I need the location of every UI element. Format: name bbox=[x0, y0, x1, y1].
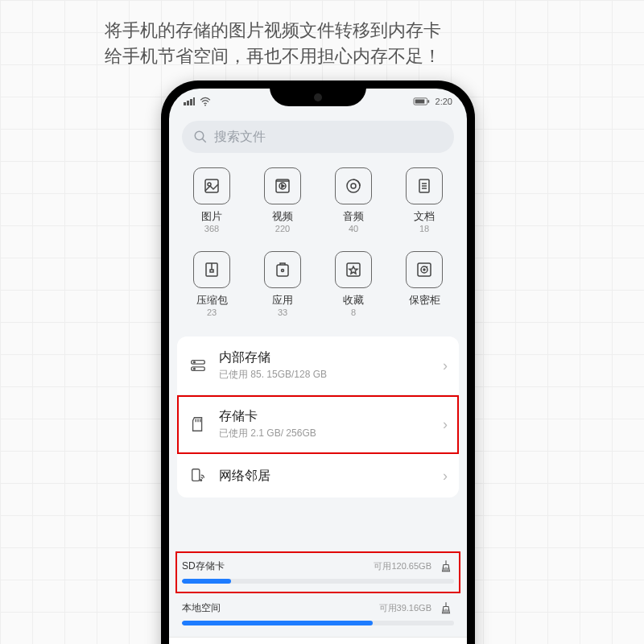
category-grid: 图片368视频220音频40文档18压缩包23应用33收藏8保密柜 bbox=[182, 163, 454, 322]
category-favorite[interactable]: 收藏8 bbox=[324, 246, 383, 322]
caption-line-1: 将手机的存储的图片视频文件转移到内存卡 bbox=[105, 18, 441, 43]
status-time: 2:20 bbox=[436, 97, 452, 106]
category-label: 音频 bbox=[324, 209, 383, 224]
storage-bars: SD存储卡可用120.65GB本地空间可用39.16GB bbox=[169, 553, 467, 637]
category-app[interactable]: 应用33 bbox=[253, 246, 312, 322]
category-label: 应用 bbox=[253, 293, 312, 308]
category-document[interactable]: 文档18 bbox=[394, 163, 454, 238]
storage-row-subtitle: 已使用 2.1 GB/ 256GB bbox=[219, 427, 431, 440]
battery-icon bbox=[413, 97, 431, 105]
category-count: 23 bbox=[182, 308, 242, 317]
chevron-right-icon: › bbox=[443, 357, 448, 374]
favorite-icon bbox=[335, 251, 372, 288]
category-image[interactable]: 图片368 bbox=[182, 163, 242, 238]
category-count: 8 bbox=[324, 308, 383, 317]
svg-line-5 bbox=[202, 138, 206, 142]
storage-list: 内部存储已使用 85. 15GB/128 GB›存储卡已使用 2.1 GB/ 2… bbox=[177, 336, 459, 497]
storage-bar-available: 可用120.65GB bbox=[374, 560, 431, 572]
caption-line-2: 给手机节省空间，再也不用担心内存不足！ bbox=[105, 43, 441, 69]
chevron-right-icon: › bbox=[443, 468, 448, 485]
svg-point-28 bbox=[194, 361, 196, 363]
app-icon bbox=[264, 251, 301, 288]
image-icon bbox=[193, 167, 230, 204]
marketing-caption: 将手机的存储的图片视频文件转移到内存卡 给手机节省空间，再也不用担心内存不足！ bbox=[105, 18, 441, 69]
svg-point-20 bbox=[282, 270, 284, 272]
nav-clock[interactable]: 最近 bbox=[169, 638, 244, 644]
category-label: 文档 bbox=[394, 209, 454, 224]
storage-row-sd-card[interactable]: 存储卡已使用 2.1 GB/ 256GB› bbox=[177, 395, 459, 454]
storage-bar-track bbox=[182, 579, 454, 584]
storage-bar: SD存储卡可用120.65GB bbox=[177, 553, 459, 592]
svg-rect-33 bbox=[192, 469, 200, 481]
svg-rect-18 bbox=[210, 270, 213, 272]
category-audio[interactable]: 音频40 bbox=[324, 163, 383, 238]
audio-icon bbox=[335, 167, 372, 204]
category-video[interactable]: 视频220 bbox=[253, 163, 312, 238]
storage-row-title: 网络邻居 bbox=[219, 468, 431, 485]
storage-bar: 本地空间可用39.16GB bbox=[179, 595, 457, 634]
sd-card-icon bbox=[188, 415, 208, 433]
storage-row-subtitle: 已使用 85. 15GB/128 GB bbox=[219, 368, 431, 382]
svg-point-4 bbox=[195, 131, 204, 140]
storage-bar-title: SD存储卡 bbox=[182, 559, 225, 573]
document-icon bbox=[406, 167, 443, 204]
svg-point-34 bbox=[200, 480, 202, 481]
phone-notch bbox=[270, 89, 366, 106]
internal-storage-icon bbox=[188, 357, 208, 374]
network-icon bbox=[188, 467, 208, 485]
category-label: 图片 bbox=[182, 209, 242, 224]
nav-person[interactable]: 我的 bbox=[393, 638, 468, 644]
svg-point-29 bbox=[194, 368, 196, 369]
storage-row-title: 存储卡 bbox=[219, 408, 431, 425]
category-count: 40 bbox=[324, 224, 383, 233]
signal-icon bbox=[184, 97, 195, 105]
category-label: 保密柜 bbox=[394, 293, 454, 308]
category-count: 33 bbox=[253, 308, 312, 317]
wifi-icon bbox=[200, 97, 211, 106]
nav-folder[interactable]: 分类 bbox=[244, 638, 319, 644]
svg-point-24 bbox=[423, 269, 425, 270]
category-label: 压缩包 bbox=[182, 293, 242, 308]
bottom-nav: 最近分类云盘我的 bbox=[169, 637, 467, 644]
clean-button[interactable] bbox=[438, 600, 454, 616]
chevron-right-icon: › bbox=[443, 416, 448, 433]
svg-rect-3 bbox=[415, 100, 424, 104]
category-count: 220 bbox=[253, 224, 312, 233]
archive-icon bbox=[193, 251, 230, 288]
storage-row-network[interactable]: 网络邻居› bbox=[177, 454, 459, 497]
search-input[interactable]: 搜索文件 bbox=[182, 121, 454, 153]
clean-button[interactable] bbox=[438, 558, 454, 574]
category-label: 收藏 bbox=[324, 293, 383, 308]
storage-bar-available: 可用39.16GB bbox=[379, 602, 431, 614]
storage-bar-track bbox=[182, 621, 454, 625]
svg-rect-2 bbox=[427, 100, 429, 102]
search-placeholder: 搜索文件 bbox=[214, 129, 266, 146]
nav-cloud[interactable]: 云盘 bbox=[318, 638, 393, 644]
category-safe[interactable]: 保密柜 bbox=[394, 246, 454, 322]
search-icon bbox=[193, 130, 208, 144]
safe-icon bbox=[406, 251, 443, 288]
category-archive[interactable]: 压缩包23 bbox=[182, 246, 242, 322]
svg-point-0 bbox=[204, 105, 206, 106]
category-label: 视频 bbox=[253, 209, 312, 224]
storage-row-internal-storage[interactable]: 内部存储已使用 85. 15GB/128 GB› bbox=[177, 336, 459, 395]
phone-mockup: 2:20 搜索文件 图片368视频220音频40文档18压缩包23应用33收藏8… bbox=[161, 80, 475, 644]
video-icon bbox=[264, 167, 301, 204]
category-count: 18 bbox=[394, 224, 454, 233]
svg-rect-19 bbox=[277, 265, 288, 276]
svg-line-25 bbox=[427, 266, 428, 268]
storage-row-title: 内部存储 bbox=[219, 349, 431, 366]
svg-point-11 bbox=[351, 184, 356, 188]
category-count: 368 bbox=[182, 224, 242, 233]
phone-screen: 2:20 搜索文件 图片368视频220音频40文档18压缩包23应用33收藏8… bbox=[169, 89, 467, 644]
storage-bar-title: 本地空间 bbox=[182, 601, 221, 615]
